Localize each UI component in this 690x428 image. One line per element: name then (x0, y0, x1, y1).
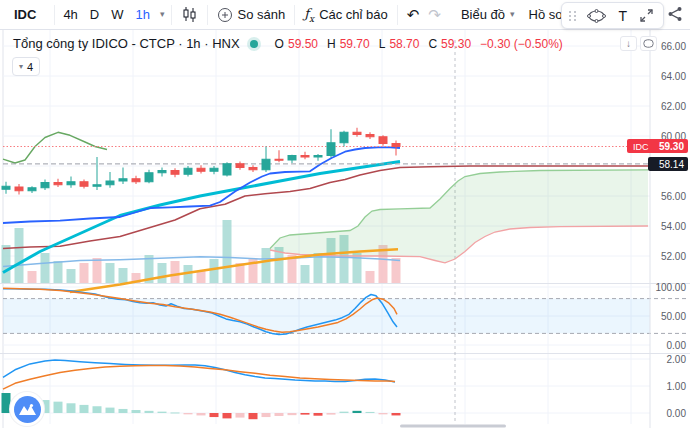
svg-text:58.14: 58.14 (659, 159, 684, 170)
symbol-button[interactable]: IDC (0, 0, 52, 29)
chevron-down-icon: ▾ (510, 10, 515, 19)
h-scrollbar[interactable] (400, 425, 506, 428)
chevron-down-icon: ▾ (19, 63, 23, 71)
fullscreen-icon (639, 8, 654, 23)
profile-menu-label: Hồ sơ (529, 7, 564, 22)
axis-mini-buttons: ↓ (620, 36, 657, 51)
svg-text:56.00: 56.00 (661, 191, 686, 202)
high-label: H (327, 37, 336, 51)
plus-circle-icon (217, 7, 233, 23)
chart-menu-button[interactable]: Biểu đồ▾ (454, 0, 522, 29)
svg-text:64.00: 64.00 (661, 71, 686, 82)
mountain-logo-icon (14, 396, 41, 423)
share-button[interactable] (661, 5, 689, 26)
indicators-label: Các chỉ báo (319, 7, 388, 22)
arrow-down-icon: ↓ (626, 38, 631, 49)
text-tool-button[interactable]: T (616, 3, 629, 28)
reset-scale-button[interactable] (640, 36, 657, 51)
compare-button[interactable]: So sánh (210, 0, 293, 29)
toolbar-separator (171, 5, 172, 25)
fx-icon: ƒx (304, 6, 314, 24)
text-tool-icon: T (618, 8, 627, 24)
svg-text:1.00: 1.00 (667, 381, 687, 392)
indicator-count: 4 (27, 61, 33, 73)
chart-title: Tổng công ty IDICO - CTCP · 1h · HNX (13, 36, 240, 51)
change-value: −0.30 (−0.50%) (480, 37, 563, 51)
redo-icon: ↷ (428, 6, 441, 24)
timeframe-4h[interactable]: 4h (57, 0, 83, 29)
svg-text:100.00: 100.00 (655, 282, 686, 293)
undo-button[interactable]: ↶ (400, 0, 427, 29)
chart-style-button[interactable] (174, 0, 205, 29)
open-value: 59.50 (288, 37, 318, 51)
chart-canvas[interactable]: 66.0064.0062.0060.0056.0054.0052.00100.0… (0, 0, 690, 428)
ellipse-icon (587, 9, 606, 23)
svg-text:0.00: 0.00 (667, 340, 687, 351)
ellipse-tool-button[interactable] (585, 3, 608, 28)
chart-legend[interactable]: Tổng công ty IDICO - CTCP · 1h · HNX O59… (13, 36, 563, 51)
indicators-button[interactable]: ƒx Các chỉ báo (297, 0, 395, 29)
svg-text:54.00: 54.00 (661, 221, 686, 232)
low-value: 58.70 (389, 37, 419, 51)
toolbar-separator (294, 5, 295, 25)
fullscreen-button[interactable] (637, 3, 656, 28)
candlestick-icon (181, 6, 198, 23)
market-status-icon (250, 40, 258, 48)
timeframe-d[interactable]: D (84, 0, 105, 29)
timeframe-1h[interactable]: 1h (130, 0, 156, 29)
share-icon (667, 6, 683, 22)
svg-text:IDC: IDC (633, 142, 649, 152)
open-label: O (275, 37, 284, 51)
close-value: 59.30 (441, 37, 471, 51)
svg-text:59.30: 59.30 (659, 141, 684, 152)
low-label: L (379, 37, 386, 51)
high-value: 59.70 (340, 37, 370, 51)
compare-label: So sánh (238, 7, 286, 22)
timeframe-menu-button[interactable]: ▾ (156, 0, 169, 29)
broker-logo (10, 392, 44, 426)
indicators-collapse-chip[interactable]: ▾ 4 (12, 57, 40, 76)
redo-button[interactable]: ↷ (426, 0, 448, 29)
scroll-down-button[interactable]: ↓ (620, 36, 637, 51)
symbol-label: IDC (14, 7, 36, 22)
timeframe-w[interactable]: W (105, 0, 129, 29)
undo-icon: ↶ (407, 6, 420, 24)
svg-text:50.00: 50.00 (661, 311, 686, 322)
close-label: C (428, 37, 437, 51)
floating-draw-toolbar: T (561, 2, 664, 29)
drag-handle-icon[interactable] (569, 11, 577, 21)
chart-menu-label: Biểu đồ (461, 7, 505, 22)
reset-scale-icon (643, 39, 654, 48)
svg-text:52.00: 52.00 (661, 251, 686, 262)
svg-text:66.00: 66.00 (661, 41, 686, 52)
svg-text:62.00: 62.00 (661, 101, 686, 112)
svg-text:2.00: 2.00 (667, 354, 687, 365)
toolbar-separator (397, 5, 398, 25)
toolbar-separator (54, 5, 55, 25)
svg-text:0.00: 0.00 (667, 408, 687, 419)
chevron-down-icon: ▾ (160, 10, 165, 19)
toolbar-separator (207, 5, 208, 25)
